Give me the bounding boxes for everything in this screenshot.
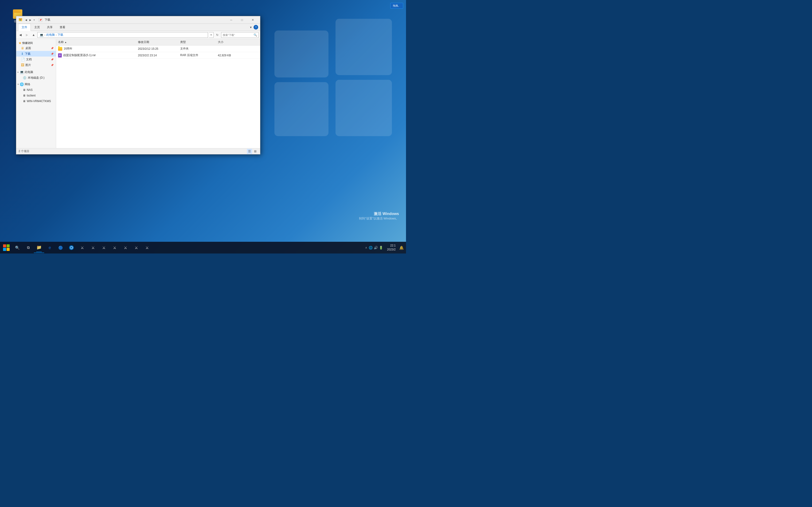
large-icons-view-btn[interactable]: ⊞ [253, 149, 258, 154]
folder-icon-sm [58, 47, 62, 51]
taskbar-search-btn[interactable]: 🔍 [12, 242, 22, 253]
tray-battery-icon[interactable]: 🔋 [378, 243, 383, 252]
ribbon-pin-btn[interactable]: 📌 [39, 18, 42, 22]
taskbar-game6-btn[interactable]: ⚔ [131, 242, 142, 253]
maximize-button[interactable]: □ [237, 16, 247, 24]
nas-icon: 🖥 [23, 88, 26, 92]
folder-icon: 🖥 [21, 46, 24, 50]
status-bar: 2 个项目 ☰ ⊞ [16, 148, 260, 154]
sidebar-item-desktop[interactable]: 🖥 桌面 📌 [16, 45, 56, 51]
file-list: 名称 ▲ 修改日期 类型 大小 [56, 39, 260, 148]
file-type-1: RAR 压缩文件 [178, 53, 216, 57]
refresh-button[interactable]: ↻ [214, 32, 220, 38]
svg-rect-6 [15, 12, 17, 13]
ribbon-tab-share[interactable]: 共享 [44, 24, 56, 31]
tray-expand-btn[interactable]: ∧ [365, 246, 368, 249]
col-header-size[interactable]: 大小 [216, 40, 244, 44]
nav-dropdown-small: ▾ [33, 18, 36, 21]
desktop: 拖拽。 登录器 激活 Windows 转到"设置"以激活 Windows。 [0, 0, 406, 253]
sidebar-item-winvrm[interactable]: 🖥 WIN-VRM4CTKMS [16, 98, 56, 104]
network-header[interactable]: ▾ 🌐 网络 [16, 81, 56, 87]
item-count: 2 个项目 [18, 149, 30, 153]
quick-access-header[interactable]: ★ 快速访问 [16, 40, 56, 45]
taskbar-game4-btn[interactable]: ⚔ [109, 242, 120, 253]
taskbar-game2-btn[interactable]: ⚔ [88, 242, 98, 253]
address-bar: ◀ ▶ ▲ 💻 › 此电脑 › 下载 ▾ ↻ 🔍 [16, 31, 260, 39]
col-header-type[interactable]: 类型 [178, 40, 216, 44]
title-bar-left: ◂ ▸ ▾ 📌 下载 [18, 17, 226, 22]
file-type-0: 文件夹 [178, 47, 216, 51]
svg-rect-3 [336, 80, 392, 136]
sidebar-item-downloads[interactable]: ⬇ 下载 📌 [16, 51, 56, 57]
sidebar-item-local-disk[interactable]: 💿 本地磁盘 (D:) [16, 75, 56, 80]
expand-icon-net: ▾ [18, 83, 19, 86]
windows-logo-watermark [274, 19, 392, 136]
sidebar-item-tsclient[interactable]: 🖥 tsclient [16, 93, 56, 98]
rar-icon: R [58, 53, 62, 58]
help-button[interactable]: ? [254, 25, 258, 30]
file-date-0: 2023/2/12 15:25 [136, 47, 178, 50]
main-content: ★ 快速访问 🖥 桌面 📌 ⬇ 下载 📌 📄 文档 📌 [16, 39, 260, 148]
view-buttons: ☰ ⊞ [247, 149, 258, 154]
ribbon-tabs: 文件 主页 共享 查看 ▾ ? [16, 24, 260, 31]
nav-forward-small: ▸ [29, 17, 32, 22]
start-button[interactable] [1, 242, 12, 253]
ribbon-tab-home[interactable]: 主页 [31, 24, 44, 31]
forward-button[interactable]: ▶ [24, 32, 30, 38]
details-view-btn[interactable]: ☰ [247, 149, 252, 154]
tray-network-icon[interactable]: 🌐 [368, 243, 373, 252]
col-header-date[interactable]: 修改日期 [136, 40, 178, 44]
title-bar-title: 下载 [45, 18, 50, 22]
ribbon-tab-view[interactable]: 查看 [56, 24, 69, 31]
windows-logo-icon [3, 244, 10, 251]
ribbon-collapse-btn[interactable]: ▾ [248, 25, 254, 29]
search-box: 🔍 [221, 32, 259, 38]
pin-icon-4: 📌 [51, 64, 54, 66]
taskbar-chrome-btn[interactable]: 🔵 [55, 242, 66, 253]
sidebar-item-nas[interactable]: 🖥 NAS [16, 87, 56, 93]
search-icon[interactable]: 🔍 [254, 33, 257, 37]
sidebar-item-pictures[interactable]: 🖼 图片 📌 [16, 62, 56, 68]
taskbar-ie-btn[interactable]: e [45, 242, 55, 253]
minimize-button[interactable]: ─ [226, 16, 237, 24]
pin-icon-2: 📌 [51, 53, 54, 55]
up-button[interactable]: ▲ [31, 32, 37, 38]
top-right-tray: 拖拽。 [390, 3, 403, 9]
back-button[interactable]: ◀ [18, 32, 23, 38]
folder-icon: ⬇ [21, 52, 24, 56]
close-button[interactable]: ✕ [247, 16, 258, 24]
ribbon: 文件 主页 共享 查看 ▾ ? [16, 24, 260, 31]
taskbar-game1-btn[interactable]: ⚔ [77, 242, 87, 253]
address-downloads[interactable]: 下载 [58, 33, 63, 37]
taskbar-clock[interactable]: 22:1 2023/2 [385, 244, 398, 251]
search-input[interactable] [223, 34, 253, 36]
explorer-window: ◂ ▸ ▾ 📌 下载 ─ □ ✕ 文件 [16, 16, 260, 155]
nav-back-small: ◂ [24, 17, 28, 22]
this-pc-header[interactable]: ▸ 💻 此电脑 [16, 69, 56, 75]
tray-sound-icon[interactable]: 🔊 [373, 243, 378, 252]
sort-arrow: ▲ [65, 41, 67, 44]
activate-windows: 激活 Windows 转到"设置"以激活 Windows。 [359, 212, 399, 221]
taskbar: 🔍 ⧉ 📁 e 🔵 ⚔ ⚔ ⚔ ⚔ ⚔ ⚔ ⚔ ∧ � [0, 242, 406, 253]
taskbar-taskview-btn[interactable]: ⧉ [23, 242, 33, 253]
clock-time: 22:1 [390, 244, 396, 247]
address-dropdown-btn[interactable]: ▾ [209, 32, 214, 38]
taskbar-game7-btn[interactable]: ⚔ [142, 242, 152, 253]
col-header-name[interactable]: 名称 ▲ [56, 40, 136, 44]
clock-date: 2023/2 [387, 247, 396, 251]
active-indicator [36, 251, 42, 252]
taskbar-game3-btn[interactable]: ⚔ [99, 242, 109, 253]
table-row[interactable]: R 战盟定制版配置器(5.1).rar 2023/2/2 23:14 RAR 压… [56, 52, 260, 59]
table-row[interactable]: 16周年 2023/2/12 15:25 文件夹 [56, 46, 260, 52]
top-tray-button[interactable]: 拖拽。 [390, 3, 403, 9]
address-path[interactable]: 💻 › 此电脑 › 下载 [37, 32, 208, 38]
taskbar-game5-btn[interactable]: ⚔ [120, 242, 131, 253]
file-list-header: 名称 ▲ 修改日期 类型 大小 [56, 39, 260, 46]
address-computer[interactable]: 此电脑 [46, 33, 55, 37]
sidebar-item-documents[interactable]: 📄 文档 📌 [16, 57, 56, 62]
window-controls: ─ □ ✕ [226, 16, 258, 24]
taskbar-explorer-btn[interactable]: 📁 [34, 242, 44, 253]
taskbar-edge-btn[interactable] [66, 242, 77, 253]
taskbar-notification-btn[interactable]: 🔔 [398, 242, 405, 253]
ribbon-tab-file[interactable]: 文件 [18, 24, 31, 31]
